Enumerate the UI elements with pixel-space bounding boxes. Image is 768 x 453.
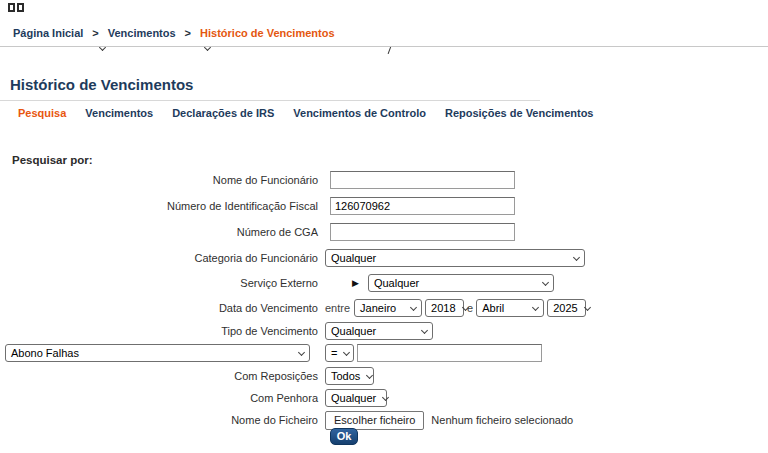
form-row-servico: Serviço Externo ▶ Qualquer <box>0 273 768 293</box>
form-row-abono: Abono Falhas = <box>0 343 768 363</box>
grid-icon-cell <box>17 3 24 12</box>
form-row-cga: Número de CGA <box>0 222 768 242</box>
breadcrumb-item-pagina-inicial[interactable]: Página Inicial <box>13 27 83 39</box>
nome-label: Nome do Funcionário <box>0 174 318 186</box>
tipo-label: Tipo de Vencimento <box>0 325 318 337</box>
page-title: Histórico de Vencimentos <box>10 76 193 93</box>
grid-icon <box>8 3 24 12</box>
abono-amount-input[interactable] <box>357 344 542 362</box>
reposicoes-select-value: Todos <box>331 370 360 382</box>
chevron-down-icon <box>298 348 305 355</box>
reposicoes-select[interactable]: Todos <box>325 367 374 385</box>
tab-vencimentos[interactable]: Vencimentos <box>85 107 153 119</box>
year-to-value: 2025 <box>553 302 577 314</box>
form-row-tipo: Tipo de Vencimento Qualquer <box>0 321 768 341</box>
reposicoes-label: Com Reposições <box>0 370 318 382</box>
servico-label: Serviço Externo <box>0 277 318 289</box>
nif-label: Número de Identificação Fiscal <box>0 200 318 212</box>
clipped-glyph <box>387 47 392 54</box>
ficheiro-label: Nome do Ficheiro <box>0 414 318 426</box>
tab-vencimentos-controlo[interactable]: Vencimentos de Controlo <box>293 107 426 119</box>
abono-operator-value: = <box>331 347 337 359</box>
form-row-ficheiro: Nome do Ficheiro Escolher ficheiro Nenhu… <box>0 410 768 430</box>
nif-input[interactable] <box>330 197 515 215</box>
chevron-down-icon <box>584 303 591 310</box>
servico-select[interactable]: Qualquer <box>368 274 554 292</box>
year-from-select[interactable]: 2018 <box>425 299 464 317</box>
ok-button[interactable]: Ok <box>330 428 358 445</box>
clipped-glyph <box>204 47 211 51</box>
breadcrumb-item-vencimentos[interactable]: Vencimentos <box>108 27 176 39</box>
tipo-select[interactable]: Qualquer <box>325 322 433 340</box>
data-label: Data do Vencimento <box>0 302 318 314</box>
tipo-select-value: Qualquer <box>331 325 376 337</box>
chevron-down-icon <box>532 303 539 310</box>
penhora-select[interactable]: Qualquer <box>325 389 387 407</box>
chevron-down-icon <box>410 303 417 310</box>
month-from-value: Janeiro <box>360 302 396 314</box>
clipped-glyph <box>99 47 106 51</box>
chevron-down-icon <box>382 393 389 400</box>
month-to-select[interactable]: Abril <box>476 299 544 317</box>
servico-select-value: Qualquer <box>374 277 419 289</box>
data-prefix-label: entre <box>325 302 350 314</box>
clipped-row-artifact <box>0 47 768 54</box>
categoria-select-value: Qualquer <box>331 252 376 264</box>
categoria-select[interactable]: Qualquer <box>325 249 585 267</box>
form-row-categoria: Categoria do Funcionário Qualquer <box>0 248 768 268</box>
month-to-value: Abril <box>482 302 504 314</box>
page-title-bar: Histórico de Vencimentos <box>0 76 540 101</box>
breadcrumb: Página Inicial > Vencimentos > Histórico… <box>13 27 335 39</box>
search-heading: Pesquisar por: <box>12 154 93 166</box>
penhora-label: Com Penhora <box>0 392 318 404</box>
cga-input[interactable] <box>330 223 515 241</box>
form-row-reposicoes: Com Reposições Todos <box>0 366 768 386</box>
expand-arrow-icon[interactable]: ▶ <box>352 278 359 288</box>
year-from-value: 2018 <box>431 302 455 314</box>
categoria-label: Categoria do Funcionário <box>0 252 318 264</box>
file-status-text: Nenhum ficheiro selecionado <box>431 414 573 426</box>
form-row-penhora: Com Penhora Qualquer <box>0 388 768 408</box>
tab-reposicoes-vencimentos[interactable]: Reposições de Vencimentos <box>445 107 594 119</box>
grid-icon-cell <box>8 3 15 12</box>
cga-label: Número de CGA <box>0 226 318 238</box>
chevron-down-icon <box>366 371 373 378</box>
chevron-down-icon <box>343 348 350 355</box>
chevron-down-icon <box>421 326 428 333</box>
form-row-nome: Nome do Funcionário <box>0 170 768 190</box>
breadcrumb-item-historico-de-vencimentos: Histórico de Vencimentos <box>200 27 334 39</box>
nome-input[interactable] <box>330 171 515 189</box>
breadcrumb-separator-icon: > <box>92 27 98 39</box>
month-from-select[interactable]: Janeiro <box>354 299 422 317</box>
choose-file-button[interactable]: Escolher ficheiro <box>325 411 424 430</box>
breadcrumb-separator-icon: > <box>185 27 191 39</box>
chevron-down-icon <box>573 253 580 260</box>
tab-declaracoes-irs[interactable]: Declarações de IRS <box>172 107 274 119</box>
abono-select[interactable]: Abono Falhas <box>5 344 310 362</box>
tab-pesquisa[interactable]: Pesquisa <box>18 107 66 119</box>
chevron-down-icon <box>542 278 549 285</box>
form-row-data: Data do Vencimento entre Janeiro 2018 e … <box>0 298 768 318</box>
form-row-nif: Número de Identificação Fiscal <box>0 196 768 216</box>
abono-operator-select[interactable]: = <box>325 344 354 362</box>
year-to-select[interactable]: 2025 <box>547 299 586 317</box>
abono-select-value: Abono Falhas <box>11 347 79 359</box>
tab-bar: Pesquisa Vencimentos Declarações de IRS … <box>18 107 594 119</box>
penhora-select-value: Qualquer <box>331 392 376 404</box>
